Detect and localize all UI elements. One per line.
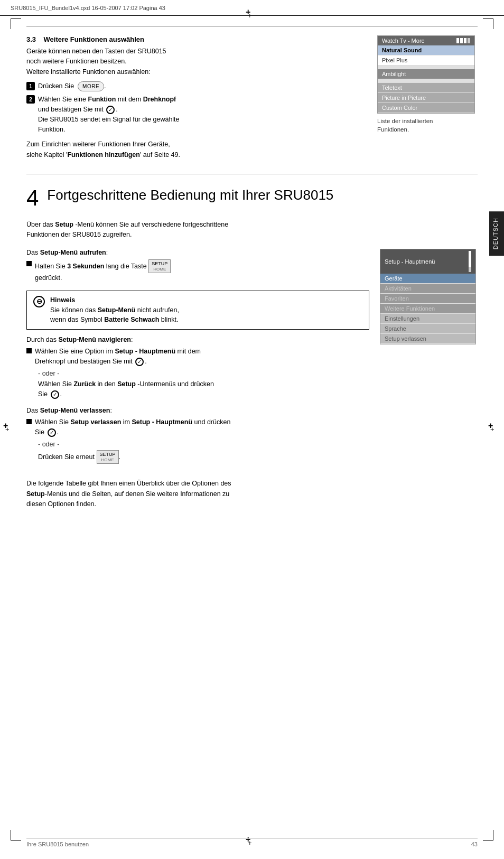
verlassen-subsection: Das Setup-Menü verlassen: Wählen Sie Set… [26,407,369,464]
nav-step2: Wählen Sie Zurück in den Setup -Untermen… [38,379,369,400]
setup-battery-2 [469,256,471,262]
menu-item-ambilight: Ambilight [378,69,474,79]
setup-aufrufen-section: Das Setup-Menü aufrufen: Halten Sie 3 Se… [26,249,478,472]
menu-item-picture-in-picture: Picture in Picture [378,93,474,103]
battery-bar-1 [456,38,459,43]
section-33-intro: Geräte können neben den Tasten der SRU80… [26,46,367,77]
setup-menu-title: Setup - Hauptmenü [385,258,435,265]
main-content: 3.3 Weitere Funktionen auswählen Geräte … [26,26,478,833]
setup-battery-4 [469,267,471,272]
menu-item-custom-color: Custom Color [378,103,474,113]
verlassen-step2: Drücken Sie erneut SETUPHOME . [38,450,369,464]
chapter-4-header: 4 Fortgeschrittene Bedienung mit Ihrer S… [26,185,478,209]
or-line-2: - oder - [38,441,369,448]
nav-step1: Wählen Sie eine Option im Setup - Hauptm… [26,347,369,367]
verlassen-title: Das Setup-Menü verlassen: [26,407,369,414]
step2-line1: Wählen Sie eine Funktion mit dem Drehkno… [38,96,176,103]
step-1: 1 Drücken Sie MORE. [26,81,367,91]
more-button-display: MORE [78,81,104,91]
setup-aufrufen-step1: Halten Sie 3 Sekunden lang die Taste SET… [26,259,369,283]
hint-icon: ⊖ [33,296,45,307]
menu-item-pixel-plus: Pixel Plus [378,55,474,66]
section-33-closing: Zum Einrichten weiterer Funktionen Ihrer… [26,139,367,160]
setup-home-button2-display: SETUPHOME [97,450,119,464]
setup-home-button-display: SETUPHOME [148,259,171,273]
setup-battery-icon [469,251,471,272]
setup-item-weitere: Weitere Funktionen [380,304,475,314]
setup-item-einstellungen: Einstellungen [380,314,475,324]
page: SRU8015_IFU_Bundel1v4.qxd 16-05-2007 17:… [0,0,504,859]
hint-box: ⊖ Hinweis Sie können das Setup-Menü nich… [26,291,369,330]
step-2: 2 Wählen Sie eine Funktion mit dem Drehk… [26,95,367,134]
section-3-3: 3.3 Weitere Funktionen auswählen Geräte … [26,35,478,163]
menu-item-natural-sound: Natural Sound [378,45,474,55]
setup-left: Das Setup-Menü aufrufen: Halten Sie 3 Se… [26,249,369,472]
battery-bar-4 [468,38,470,43]
setup-item-verlassen: Setup verlassen [380,334,475,344]
corner-mark-br [483,830,493,841]
steps-container: 1 Drücken Sie MORE. 2 Wählen Sie eine Fu [26,81,367,134]
reg-mark-right: + [490,425,499,434]
check-nav-1: ✓ [135,358,144,366]
section-33-heading: 3.3 Weitere Funktionen auswählen [26,35,367,43]
reg-mark-left: + [5,425,14,434]
menu-item-empty-2 [378,79,474,83]
hint-content: Hinweis Sie können das Setup-Menü nicht … [50,295,179,325]
side-tab-deutsch: DEUTSCH [489,211,504,256]
navigieren-subsection: Durch das Setup-Menü navigieren: Wählen … [26,336,369,399]
step2-drehknopf: Drehknopf [143,96,176,103]
setup-battery-3 [469,262,471,267]
verlassen-step1-content: Wählen Sie Setup verlassen im Setup - Ha… [35,417,369,437]
setup-menu-header: Setup - Hauptmenü [380,249,475,274]
menu-item-empty-1 [378,66,474,69]
bullet-nav-1 [26,348,32,353]
check-verlassen-1: ✓ [48,428,56,437]
bottom-bar: Ihre SRU8015 benutzen 43 [26,838,478,847]
corner-mark-tr [483,18,493,29]
bullet-verlassen-1 [26,419,32,424]
section-33-title: Weitere Funktionen auswählen [44,35,144,43]
watch-tv-header: Watch Tv - More [378,36,474,45]
setup-step1-content: Halten Sie 3 Sekunden lang die Taste SET… [35,259,369,283]
section-33-left: 3.3 Weitere Funktionen auswählen Geräte … [26,35,367,163]
step-num-1: 1 [26,82,35,90]
navigieren-title: Durch das Setup-Menü navigieren: [26,336,369,343]
battery-bar-3 [464,38,466,43]
menu-item-teletext: Teletext [378,83,474,93]
chapter-number: 4 [26,185,39,209]
setup-item-sprache: Sprache [380,324,475,334]
section-33-right: Watch Tv - More Natural Sound Pixel Plus… [377,35,478,163]
bullet-1 [26,261,32,266]
setup-item-favoriten: Favoriten [380,294,475,304]
top-rule [26,26,478,27]
header-text: SRU8015_IFU_Bundel1v4.qxd 16-05-2007 17:… [11,5,165,11]
section-33-num: 3.3 [26,35,36,43]
setup-battery-1 [469,251,471,256]
chapter-4-intro: Über das Setup -Menü können Sie auf vers… [26,220,478,240]
footer-left: Ihre SRU8015 benutzen [26,841,89,847]
corner-mark-bl [11,830,21,841]
step-num-2: 2 [26,95,35,104]
setup-item-aktivitaeten: Aktivitäten [380,284,475,294]
battery-bar-2 [460,38,463,43]
setup-aufrufen-subsection: Das Setup-Menü aufrufen: Halten Sie 3 Se… [26,249,369,283]
watch-tv-menu: Watch Tv - More Natural Sound Pixel Plus… [377,35,475,114]
setup-menu-box: Setup - Hauptmenü Geräte Aktivitäten Fav… [380,249,476,344]
or-line-1: - oder - [38,370,369,377]
verlassen-step1: Wählen Sie Setup verlassen im Setup - Ha… [26,417,369,437]
mid-rule [26,174,478,174]
nav-step1-content: Wählen Sie eine Option im Setup - Hauptm… [35,347,369,367]
battery-icon [456,38,470,43]
setup-right: Setup - Hauptmenü Geräte Aktivitäten Fav… [380,249,478,472]
chapter-title: Fortgeschrittene Bedienung mit Ihrer SRU… [26,185,478,203]
menu-caption: Liste der installierten Funktionen. [377,117,478,134]
check-nav-2: ✓ [51,390,59,399]
closing-text: Die folgende Tabelle gibt Ihnen einen Üb… [26,479,478,509]
reg-mark-top: + [248,12,256,20]
setup-aufrufen-title: Das Setup-Menü aufrufen: [26,249,369,256]
step-1-content: Drücken Sie MORE. [38,81,367,91]
setup-item-geraete: Geräte [380,274,475,284]
corner-mark-tl [11,18,21,29]
step2-funktion: Funktion [88,96,116,103]
footer-right: 43 [471,841,478,847]
